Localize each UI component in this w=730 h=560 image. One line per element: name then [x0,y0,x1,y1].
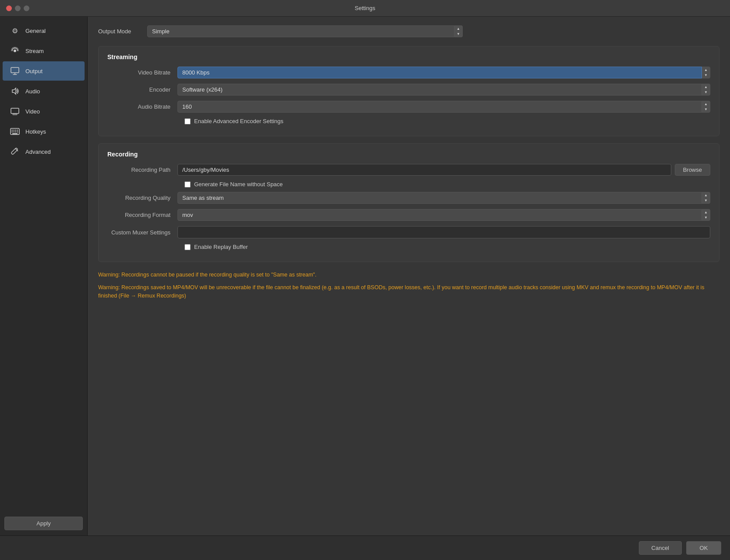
generate-filename-checkbox[interactable] [184,181,191,188]
wrench-icon [10,146,20,157]
recording-quality-row: Recording Quality Same as stream High Qu… [107,192,710,204]
recording-quality-spinner: ▲ ▼ [702,192,710,204]
output-mode-spinner-down[interactable]: ▼ [454,32,462,37]
svg-rect-6 [12,130,13,131]
enable-replay-checkbox[interactable] [184,244,191,250]
audio-bitrate-select-wrapper: 160 128 192 320 ▲ ▼ [177,101,710,113]
generate-filename-label[interactable]: Generate File Name without Space [194,181,283,188]
apply-button[interactable]: Apply [4,517,83,530]
bottom-bar: Cancel OK [0,535,730,560]
recording-path-row: Recording Path Browse [107,164,710,176]
enable-advanced-encoder-row: Enable Advanced Encoder Settings [184,118,710,124]
audio-bitrate-spinner: ▲ ▼ [702,101,710,113]
svg-rect-7 [14,130,15,131]
svg-rect-10 [12,131,13,132]
recording-format-spinner-up[interactable]: ▲ [702,209,710,215]
window-title: Settings [355,5,376,11]
sidebar-bottom: Apply [0,511,87,535]
video-bitrate-row: Video Bitrate ▲ ▼ [107,67,710,78]
sidebar-item-audio[interactable]: Audio [3,82,85,101]
sidebar-label-general: General [25,28,46,34]
recording-path-input-group: Browse [177,164,710,176]
warnings-section: Warning: Recordings cannot be paused if … [98,269,719,306]
encoder-spinner: ▲ ▼ [702,84,710,96]
video-bitrate-input[interactable] [177,67,702,78]
keyboard-icon [10,126,20,137]
svg-rect-3 [11,108,19,113]
main-layout: ⚙ General Stream [0,17,730,535]
sidebar-item-stream[interactable]: Stream [3,41,85,60]
audio-bitrate-select[interactable]: 160 128 192 320 [177,101,702,113]
output-mode-label: Output Mode [98,28,142,35]
recording-format-label: Recording Format [107,212,177,218]
maximize-button[interactable] [24,5,29,11]
minimize-button[interactable] [15,5,21,11]
recording-section: Recording Recording Path Browse Generate… [98,143,719,262]
encoder-select-wrapper: Software (x264) Hardware (NVENC) ▲ ▼ [177,84,710,96]
video-bitrate-input-wrapper: ▲ ▼ [177,67,710,78]
content-area: Output Mode Simple Advanced ▲ ▼ Streamin… [88,17,730,535]
sidebar-item-video[interactable]: Video [3,102,85,121]
recording-quality-spinner-up[interactable]: ▲ [702,192,710,198]
warning-text-2: Warning: Recordings saved to MP4/MOV wil… [98,284,719,300]
recording-format-select[interactable]: mov mp4 mkv flv ts [177,209,702,221]
recording-format-spinner-down[interactable]: ▼ [702,215,710,221]
recording-path-input[interactable] [177,164,671,176]
gear-icon: ⚙ [10,25,20,36]
svg-rect-11 [14,131,15,132]
sidebar: ⚙ General Stream [0,17,88,535]
output-mode-spinner-up[interactable]: ▲ [454,26,462,32]
generate-filename-row: Generate File Name without Space [184,181,710,188]
svg-rect-4 [13,114,17,115]
close-button[interactable] [6,5,12,11]
recording-title: Recording [107,151,710,158]
sidebar-item-hotkeys[interactable]: Hotkeys [3,122,85,141]
stream-icon [10,46,20,56]
svg-rect-14 [12,133,18,134]
enable-replay-label[interactable]: Enable Replay Buffer [194,244,248,250]
video-bitrate-spinner: ▲ ▼ [702,67,710,78]
sidebar-label-output: Output [25,68,43,74]
ok-button[interactable]: OK [686,541,721,555]
audio-bitrate-row: Audio Bitrate 160 128 192 320 ▲ ▼ [107,101,710,113]
enable-replay-row: Enable Replay Buffer [184,244,710,250]
encoder-select[interactable]: Software (x264) Hardware (NVENC) [177,84,702,96]
custom-muxer-input[interactable] [177,226,710,238]
sidebar-item-advanced[interactable]: Advanced [3,142,85,161]
encoder-row: Encoder Software (x264) Hardware (NVENC)… [107,84,710,96]
enable-advanced-label[interactable]: Enable Advanced Encoder Settings [194,118,283,124]
svg-rect-9 [17,130,18,131]
recording-quality-spinner-down[interactable]: ▼ [702,198,710,204]
streaming-section: Streaming Video Bitrate ▲ ▼ Encoder Soft… [98,46,719,136]
svg-rect-12 [15,131,17,132]
encoder-label: Encoder [107,86,177,93]
svg-rect-8 [15,130,17,131]
cancel-button[interactable]: Cancel [639,541,682,555]
encoder-spinner-down[interactable]: ▼ [702,90,710,96]
browse-button[interactable]: Browse [675,164,710,176]
recording-quality-label: Recording Quality [107,195,177,201]
encoder-spinner-up[interactable]: ▲ [702,84,710,90]
titlebar: Settings [0,0,730,17]
video-bitrate-spinner-up[interactable]: ▲ [702,67,710,73]
sidebar-item-general[interactable]: ⚙ General [3,21,85,40]
warning-text-1: Warning: Recordings cannot be paused if … [98,271,719,279]
svg-marker-2 [12,88,16,94]
audio-bitrate-spinner-down[interactable]: ▼ [702,107,710,113]
recording-quality-select[interactable]: Same as stream High Quality, Medium File… [177,192,702,204]
custom-muxer-label: Custom Muxer Settings [107,229,177,236]
video-bitrate-spinner-down[interactable]: ▼ [702,73,710,78]
output-mode-spinner: ▲ ▼ [454,25,463,37]
svg-point-0 [14,50,16,52]
output-mode-select-wrapper: Simple Advanced ▲ ▼ [147,25,463,37]
output-mode-select[interactable]: Simple Advanced [147,25,454,37]
audio-bitrate-spinner-up[interactable]: ▲ [702,101,710,107]
sidebar-nav: ⚙ General Stream [0,17,87,511]
recording-format-select-wrapper: mov mp4 mkv flv ts ▲ ▼ [177,209,710,221]
output-mode-row: Output Mode Simple Advanced ▲ ▼ [98,25,719,37]
enable-advanced-checkbox[interactable] [184,118,191,124]
sidebar-item-output[interactable]: Output [3,61,85,81]
monitor-icon [10,66,20,76]
sidebar-label-advanced: Advanced [25,149,51,155]
svg-rect-1 [11,67,19,73]
